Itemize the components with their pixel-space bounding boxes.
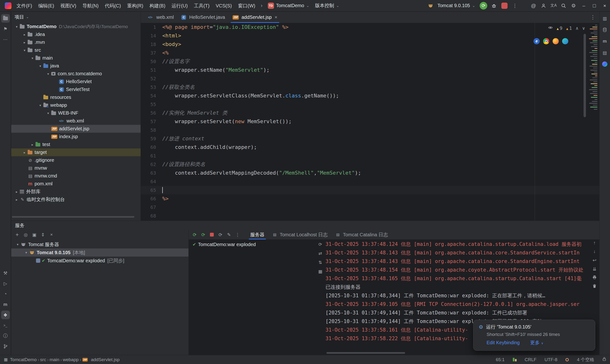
editor-line-60[interactable]: 60 context.addChild(wrapper); — [141, 143, 599, 152]
search-everywhere-icon[interactable] — [559, 1, 568, 10]
close-button[interactable]: × — [599, 0, 610, 12]
project-item-src[interactable]: ▾src — [11, 46, 141, 54]
sync-artifacts-icon[interactable]: ⇄ — [318, 251, 322, 256]
services-panel-title[interactable]: 服务 — [11, 221, 599, 230]
toolwindow-services-icon[interactable]: ❖ — [1, 311, 10, 319]
editor-line-54[interactable]: 54 wrapper.setServletClass(MemServlet.cl… — [141, 91, 599, 100]
project-item-临时文件和控制台[interactable]: ▸✎临时文件和控制台 — [11, 195, 141, 203]
editor-line-55[interactable]: 55 — [141, 100, 599, 109]
tree-toggle-icon[interactable]: ▾ — [23, 251, 29, 254]
editor-line-61[interactable]: 61 — [141, 152, 599, 160]
project-item-.idea[interactable]: ▸.idea — [11, 30, 141, 38]
editor-line-1[interactable]: 1<%@ page import="java.io.IOException" %… — [141, 23, 599, 31]
toolwindow-project-icon[interactable] — [1, 14, 10, 23]
toolwindow-build-icon[interactable]: ⚒ — [1, 269, 10, 277]
view-options-icon[interactable]: ◎ — [22, 231, 30, 239]
project-item-resources[interactable]: resources — [11, 93, 141, 101]
project-item-test[interactable]: ▸test — [11, 141, 141, 148]
menu-工具(T)[interactable]: 工具(T) — [191, 0, 213, 12]
collapse-all-icon[interactable]: × — [47, 231, 55, 239]
menu-文件(F)[interactable]: 文件(F) — [13, 0, 35, 12]
tab-HelloServlet.java[interactable]: CHelloServlet.java — [178, 12, 229, 23]
services-server-row[interactable]: ▾ Tomcat 9.0.105 [本地] — [11, 248, 188, 257]
indent-widget[interactable]: 4 个空格 — [577, 357, 594, 363]
chrome-browser-icon[interactable] — [543, 38, 549, 44]
vcs-widget[interactable]: 版本控制 ⌄ — [312, 1, 342, 10]
scroll-to-end-icon[interactable]: ⇊ — [593, 266, 597, 272]
add-service-icon[interactable]: + — [13, 231, 21, 239]
notification-popup[interactable]: ⚙ 运行 'Tomcat 9.0.105' Shortcut 'Shift+F1… — [473, 320, 595, 351]
project-item-mvnw.cmd[interactable]: ▤mvnw.cmd — [11, 172, 141, 180]
inspections-eye-icon[interactable] — [548, 25, 553, 31]
tool-windows-icon[interactable]: ▦ — [4, 357, 8, 362]
editor-line-56[interactable]: 56//实例化 MemServlet 类 — [141, 109, 599, 117]
project-item-target[interactable]: ▸target — [11, 148, 141, 156]
tree-toggle-icon[interactable]: ▾ — [14, 243, 21, 246]
tree-toggle-icon[interactable]: ▸ — [29, 143, 36, 146]
editor-line-68[interactable]: 68 — [141, 211, 599, 220]
caret-position-widget[interactable]: 65:1 — [496, 357, 505, 362]
rerun-debug-icon[interactable]: ⟳ — [199, 231, 207, 239]
project-item-main[interactable]: ▾main — [11, 54, 141, 62]
firefox-browser-icon[interactable] — [553, 38, 559, 44]
toolwindow-dependencies-icon[interactable]: ▤ — [600, 48, 609, 57]
tree-toggle-icon[interactable]: ▾ — [29, 56, 36, 60]
project-item-webapp[interactable]: ▾webapp — [11, 101, 141, 109]
breadcrumb-main[interactable]: main — [50, 357, 59, 362]
editor-line-62[interactable]: 62//设置路径和类名 — [141, 160, 599, 169]
tree-toggle-icon[interactable]: ▾ — [13, 25, 20, 29]
run-more-icon[interactable]: ⋮ — [511, 1, 519, 10]
editor-line-53[interactable]: 53//获取全类名 — [141, 83, 599, 91]
editor-scrollbar[interactable] — [584, 34, 586, 117]
project-item-外部库[interactable]: ▸外部库 — [11, 188, 141, 195]
menu-VCS(S)[interactable]: VCS(S) — [213, 0, 235, 12]
editor-line-50[interactable]: 50//设置名字 — [141, 57, 599, 66]
toolwindow-vcs-icon[interactable] — [1, 342, 10, 351]
tab-options-icon[interactable]: ⋮ — [586, 12, 599, 23]
project-item-java[interactable]: ▾java — [11, 62, 141, 70]
weak-warnings-badge[interactable]: ▲1 — [566, 26, 572, 31]
project-item-WEB-INF[interactable]: ▾WEB-INF — [11, 109, 141, 117]
reorder-icon[interactable]: ⇅ — [318, 260, 322, 265]
highlighting-level-icon[interactable] — [565, 358, 569, 361]
menu-窗口(W)[interactable]: 窗口(W) — [235, 0, 258, 12]
redeploy-icon[interactable]: ⟳ — [216, 231, 224, 239]
ie-browser-icon[interactable]: e — [533, 38, 540, 44]
project-item-TomcatDemo[interactable]: ▾TomcatDemoD:\JavaCode\内存马\TomcatDemo — [11, 23, 141, 30]
ai-mentions-icon[interactable]: @ — [529, 1, 538, 10]
editor-line-67[interactable]: 67 — [141, 203, 599, 211]
readonly-lock-icon[interactable] — [602, 357, 606, 362]
editor-line-58[interactable]: 58 — [141, 126, 599, 134]
tree-toggle-icon[interactable]: ▾ — [45, 72, 51, 76]
scroll-down-icon[interactable]: ↓ — [593, 249, 596, 254]
editor-line-63[interactable]: 63 context.addServletMappingDecoded("/Me… — [141, 169, 599, 177]
translate-icon[interactable]: 文A — [549, 1, 558, 10]
toolwindow-problems-icon[interactable]: ⓘ — [1, 332, 10, 340]
warnings-badge[interactable]: ▲9 — [557, 26, 562, 31]
toolwindow-profiler-icon[interactable]: ◔ — [1, 290, 10, 298]
settings-gear-icon[interactable]: ⚙ — [569, 1, 578, 10]
breadcrumb-addServlet.jsp[interactable]: JSPaddServlet.jsp — [82, 357, 119, 362]
menu-代码(C)[interactable]: 代码(C) — [102, 0, 124, 12]
layout-widget-icon[interactable]: ▥ — [600, 14, 609, 23]
project-item-index.jsp[interactable]: JSPindex.jsp — [11, 133, 141, 141]
toolwindow-database-icon[interactable] — [600, 26, 609, 34]
editor-line-57[interactable]: 57 wrapper.setServlet(new MemServlet()); — [141, 117, 599, 126]
project-item-ServletTest[interactable]: CServletTest — [11, 86, 141, 93]
show-all-icon[interactable]: ▦ — [318, 269, 322, 274]
project-item-.mvn[interactable]: ▸.mvn — [11, 38, 141, 46]
tree-toggle-icon[interactable]: ▸ — [13, 198, 20, 202]
project-widget[interactable]: TD TomcatDemo ⌄ — [265, 1, 312, 10]
console-tab-Tomcat Localhost 日志[interactable]: ▤Tomcat Localhost 日志 — [268, 230, 331, 239]
tree-toggle-icon[interactable]: ▸ — [21, 40, 28, 44]
menu-视图(V)[interactable]: 视图(V) — [57, 0, 79, 12]
line-ending-widget[interactable]: CRLF — [525, 357, 537, 362]
toolwindow-maven-right-icon[interactable]: m — [600, 37, 609, 46]
close-tab-icon[interactable]: × — [274, 14, 277, 20]
minimize-button[interactable]: – — [579, 0, 589, 12]
editor-line-51[interactable]: 51 wrapper.setName("MemServlet"); — [141, 66, 599, 74]
editor-line-66[interactable]: 66%> — [141, 195, 599, 203]
prev-problem-icon[interactable]: ∧ — [576, 26, 578, 31]
tree-toggle-icon[interactable]: ▸ — [21, 33, 28, 37]
console-tab-Tomcat Catalina 日志[interactable]: ▤Tomcat Catalina 日志 — [331, 230, 392, 239]
